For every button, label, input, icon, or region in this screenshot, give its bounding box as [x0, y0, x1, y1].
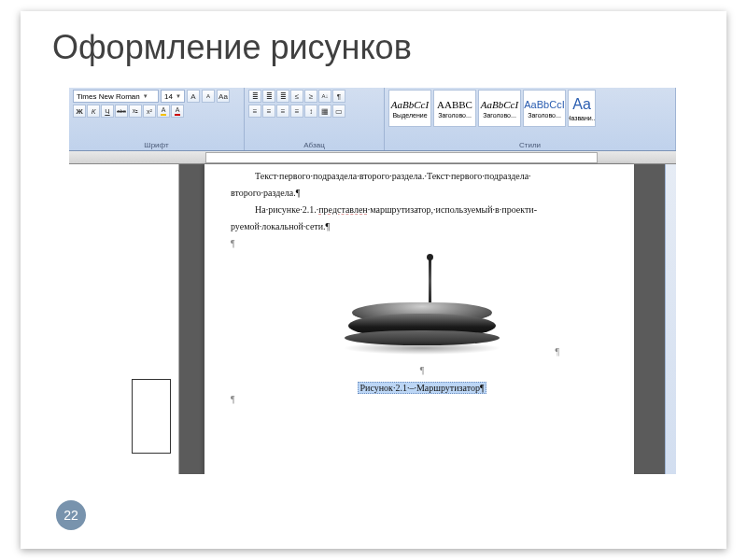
document-workspace: Текст·первого·подраздела·второго·раздела… — [69, 164, 676, 474]
shading-button[interactable]: ▦ — [318, 105, 331, 118]
caption-selected-text: Рисунок·2.1·–·Маршрутизатор¶ — [358, 382, 487, 394]
document-page[interactable]: Текст·первого·подраздела·второго·раздела… — [204, 164, 634, 474]
body-text: Текст·первого·подраздела·второго·раздела… — [231, 170, 613, 183]
blank-paragraph: ¶ — [231, 364, 613, 377]
align-left-button[interactable]: ≡ — [248, 105, 261, 118]
chevron-down-icon: ▼ — [176, 93, 181, 99]
font-name-combo[interactable]: Times New Roman ▼ — [73, 90, 159, 103]
subscript-button[interactable]: x₂ — [129, 105, 142, 118]
bullets-button[interactable]: ≣ — [248, 90, 261, 103]
slide-title: Оформление рисунков — [21, 11, 726, 75]
body-text: руемой·локальной·сети.¶ — [231, 220, 613, 233]
slide-frame: Оформление рисунков Times New Roman ▼ 14… — [21, 11, 726, 549]
router-antenna-icon — [429, 258, 431, 304]
show-marks-button[interactable]: ¶ — [332, 90, 345, 103]
pilcrow-icon: ¶ — [555, 346, 559, 357]
decrease-indent-button[interactable]: ≤ — [290, 90, 303, 103]
style-item[interactable]: AaBbCcI Заголово... — [478, 90, 521, 127]
word-screenshot: Times New Roman ▼ 14 ▼ A A Aa Ж К Ч abc — [69, 88, 676, 474]
ribbon-group-font: Times New Roman ▼ 14 ▼ A A Aa Ж К Ч abc — [69, 88, 245, 150]
font-size-combo[interactable]: 14 ▼ — [161, 90, 185, 103]
style-item[interactable]: AaBbCcI Выделение — [388, 90, 431, 127]
font-size-value: 14 — [164, 92, 173, 101]
shrink-font-button[interactable]: A — [202, 90, 215, 103]
blank-paragraph: ¶ — [231, 237, 613, 250]
align-right-button[interactable]: ≡ — [276, 105, 289, 118]
font-color-icon — [175, 114, 180, 116]
highlight-color-icon — [161, 114, 166, 116]
bold-button[interactable]: Ж — [73, 105, 86, 118]
vertical-scrollbar[interactable] — [665, 164, 676, 474]
router-shadow-icon — [343, 342, 501, 355]
increase-indent-button[interactable]: ≥ — [304, 90, 317, 103]
styles-gallery[interactable]: AaBbCcI Выделение AABBC Заголово... AaBb… — [388, 90, 671, 127]
superscript-button[interactable]: x² — [143, 105, 156, 118]
highlight-button[interactable]: A — [157, 105, 170, 118]
grow-font-button[interactable]: A — [187, 90, 200, 103]
chevron-down-icon: ▼ — [143, 93, 148, 99]
style-item[interactable]: AaBbCcI Заголово... — [523, 90, 566, 127]
font-color-button[interactable]: A — [171, 105, 184, 118]
clear-format-button[interactable]: Aa — [217, 90, 230, 103]
spellcheck-underline: представлен — [318, 204, 368, 215]
borders-button[interactable]: ▭ — [332, 105, 345, 118]
horizontal-ruler[interactable] — [69, 151, 676, 164]
font-name-value: Times New Roman — [77, 92, 140, 101]
multilevel-button[interactable]: ≣ — [276, 90, 289, 103]
ruler-page-area — [205, 152, 598, 163]
italic-button[interactable]: К — [87, 105, 100, 118]
style-item[interactable]: Aa Названи... — [568, 90, 596, 127]
ribbon-group-paragraph: ≣ ≣ ≣ ≤ ≥ A↓ ¶ ≡ ≡ ≡ ≡ ↕ ▦ ▭ Абзац — [245, 88, 385, 150]
align-center-button[interactable]: ≡ — [262, 105, 275, 118]
figure-caption[interactable]: Рисунок·2.1·–·Маршрутизатор¶ — [231, 383, 613, 393]
table-fragment — [132, 379, 171, 454]
slide-number: 22 — [63, 508, 78, 523]
sort-button[interactable]: A↓ — [318, 90, 331, 103]
font-group-label: Шрифт — [73, 141, 240, 150]
numbering-button[interactable]: ≣ — [262, 90, 275, 103]
ribbon: Times New Roman ▼ 14 ▼ A A Aa Ж К Ч abc — [69, 88, 676, 151]
blank-paragraph: ¶ — [231, 393, 613, 406]
style-item[interactable]: AABBC Заголово... — [433, 90, 476, 127]
slide-number-badge: 22 — [56, 500, 86, 530]
previous-page-edge — [69, 164, 179, 474]
paragraph-group-label: Абзац — [248, 141, 380, 150]
router-illustration — [343, 258, 501, 360]
body-text: На·рисунке·2.1.·представлен·маршрутизато… — [231, 203, 613, 217]
strike-button[interactable]: abc — [115, 105, 128, 118]
line-spacing-button[interactable]: ↕ — [304, 105, 317, 118]
ribbon-group-styles: AaBbCcI Выделение AABBC Заголово... AaBb… — [385, 88, 676, 150]
underline-button[interactable]: Ч — [101, 105, 114, 118]
figure-image[interactable]: ¶ — [231, 258, 613, 362]
justify-button[interactable]: ≡ — [290, 105, 303, 118]
body-text: второго·раздела.¶ — [231, 187, 613, 200]
styles-group-label: Стили — [388, 141, 671, 150]
